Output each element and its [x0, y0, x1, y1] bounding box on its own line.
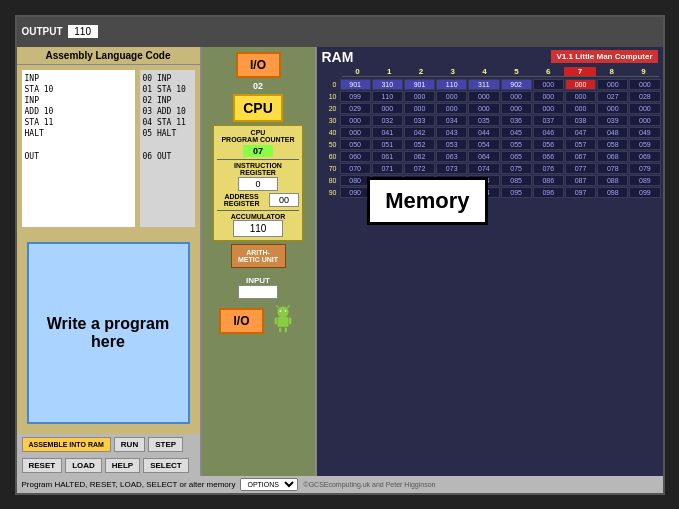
ram-cell[interactable]: 096 [533, 187, 564, 198]
ram-cell[interactable]: 086 [533, 175, 564, 186]
ram-cell[interactable]: 037 [533, 115, 564, 126]
ram-cell[interactable]: 055 [501, 139, 532, 150]
options-select[interactable]: OPTIONS [240, 478, 298, 491]
ram-cell[interactable]: 085 [501, 175, 532, 186]
ram-cell[interactable]: 039 [597, 115, 628, 126]
ram-cell[interactable]: 046 [533, 127, 564, 138]
ram-cell[interactable]: 064 [468, 151, 499, 162]
ram-cell[interactable]: 311 [468, 79, 499, 90]
ram-cell[interactable]: 901 [340, 79, 371, 90]
ram-cell[interactable]: 000 [565, 91, 596, 102]
reset-button[interactable]: RESET [22, 458, 63, 473]
ram-cell[interactable]: 000 [436, 103, 467, 114]
ram-cell[interactable]: 062 [404, 151, 435, 162]
ram-cell[interactable]: 000 [629, 79, 660, 90]
ram-cell[interactable]: 071 [372, 163, 403, 174]
ram-cell[interactable]: 000 [404, 91, 435, 102]
ram-cell[interactable]: 078 [597, 163, 628, 174]
ram-cell[interactable]: 000 [533, 103, 564, 114]
ram-cell[interactable]: 000 [597, 79, 628, 90]
ram-cell[interactable]: 041 [372, 127, 403, 138]
help-button[interactable]: HELP [105, 458, 140, 473]
ram-cell[interactable]: 072 [404, 163, 435, 174]
ram-cell[interactable]: 070 [340, 163, 371, 174]
ram-cell[interactable]: 052 [404, 139, 435, 150]
ram-cell[interactable]: 049 [629, 127, 660, 138]
ram-cell[interactable]: 000 [501, 91, 532, 102]
ram-cell[interactable]: 068 [597, 151, 628, 162]
ram-cell[interactable]: 035 [468, 115, 499, 126]
ram-cell[interactable]: 051 [372, 139, 403, 150]
run-button[interactable]: RUN [114, 437, 145, 452]
ram-cell[interactable]: 038 [565, 115, 596, 126]
ram-cell[interactable]: 000 [597, 103, 628, 114]
ram-cell[interactable]: 028 [629, 91, 660, 102]
ram-cell[interactable]: 063 [436, 151, 467, 162]
ram-cell[interactable]: 000 [340, 115, 371, 126]
ram-cell[interactable]: 048 [597, 127, 628, 138]
ram-cell[interactable]: 089 [629, 175, 660, 186]
load-button[interactable]: LOAD [65, 458, 102, 473]
ram-cell[interactable]: 000 [533, 79, 564, 90]
ram-cell[interactable]: 000 [404, 103, 435, 114]
ram-cell[interactable]: 099 [629, 187, 660, 198]
ram-cell[interactable]: 310 [372, 79, 403, 90]
ram-cell[interactable]: 090 [340, 187, 371, 198]
ram-cell[interactable]: 079 [629, 163, 660, 174]
ram-cell[interactable]: 047 [565, 127, 596, 138]
assembly-code-area[interactable]: INP STA 10 INP ADD 10 STA 11 HALT OUT [22, 70, 135, 228]
ram-cell[interactable]: 053 [436, 139, 467, 150]
ram-cell[interactable]: 054 [468, 139, 499, 150]
ram-cell[interactable]: 000 [436, 91, 467, 102]
ram-cell[interactable]: 902 [501, 79, 532, 90]
ram-cell[interactable]: 065 [501, 151, 532, 162]
write-program-box[interactable]: Write a program here [27, 242, 190, 424]
step-button[interactable]: STEP [148, 437, 183, 452]
ram-cell[interactable]: 033 [404, 115, 435, 126]
ram-cell[interactable]: 901 [404, 79, 435, 90]
assemble-button[interactable]: ASSEMBLE INTO RAM [22, 437, 111, 452]
ram-cell[interactable]: 057 [565, 139, 596, 150]
ram-cell[interactable]: 000 [533, 91, 564, 102]
ram-cell[interactable]: 050 [340, 139, 371, 150]
ram-cell[interactable]: 034 [436, 115, 467, 126]
ram-cell[interactable]: 069 [629, 151, 660, 162]
ram-cell[interactable]: 059 [629, 139, 660, 150]
ram-cell[interactable]: 087 [565, 175, 596, 186]
ram-cell[interactable]: 032 [372, 115, 403, 126]
ram-cell[interactable]: 076 [533, 163, 564, 174]
ram-cell[interactable]: 110 [436, 79, 467, 90]
ram-cell[interactable]: 066 [533, 151, 564, 162]
ram-cell[interactable]: 067 [565, 151, 596, 162]
ram-cell[interactable]: 000 [629, 115, 660, 126]
ram-cell[interactable]: 045 [501, 127, 532, 138]
ram-cell[interactable]: 027 [597, 91, 628, 102]
ram-cell[interactable]: 056 [533, 139, 564, 150]
ram-cell[interactable]: 080 [340, 175, 371, 186]
ram-cell[interactable]: 088 [597, 175, 628, 186]
ram-cell[interactable]: 000 [468, 103, 499, 114]
ram-cell[interactable]: 061 [372, 151, 403, 162]
ram-cell[interactable]: 000 [501, 103, 532, 114]
ram-cell[interactable]: 044 [468, 127, 499, 138]
ram-cell[interactable]: 110 [372, 91, 403, 102]
ram-cell[interactable]: 000 [372, 103, 403, 114]
ram-cell[interactable]: 036 [501, 115, 532, 126]
ram-cell[interactable]: 060 [340, 151, 371, 162]
ram-cell[interactable]: 097 [565, 187, 596, 198]
ram-cell[interactable]: 000 [565, 103, 596, 114]
ram-cell[interactable]: 043 [436, 127, 467, 138]
ram-cell[interactable]: 000 [565, 79, 596, 90]
ram-cell[interactable]: 073 [436, 163, 467, 174]
ram-cell[interactable]: 029 [340, 103, 371, 114]
ram-cell[interactable]: 095 [501, 187, 532, 198]
ram-cell[interactable]: 075 [501, 163, 532, 174]
ram-cell[interactable]: 000 [629, 103, 660, 114]
ram-cell[interactable]: 000 [340, 127, 371, 138]
select-button[interactable]: SELECT [143, 458, 189, 473]
ram-cell[interactable]: 074 [468, 163, 499, 174]
ram-cell[interactable]: 042 [404, 127, 435, 138]
ram-cell[interactable]: 099 [340, 91, 371, 102]
ram-cell[interactable]: 098 [597, 187, 628, 198]
ram-cell[interactable]: 058 [597, 139, 628, 150]
